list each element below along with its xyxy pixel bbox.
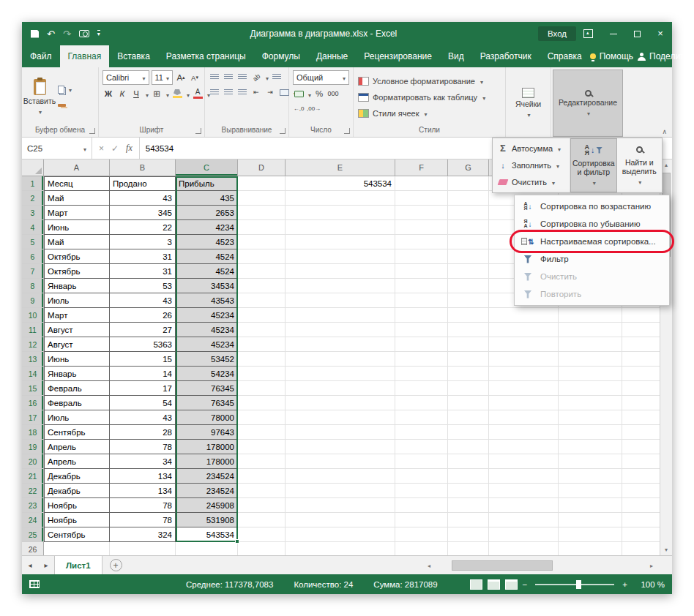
cell-A20[interactable]: Апрель [44,454,110,469]
cell-D6[interactable] [238,249,286,264]
cell-D8[interactable] [238,279,286,293]
cell-G7[interactable] [448,264,489,279]
cell-D13[interactable] [238,352,286,367]
cell-F25[interactable] [395,527,448,542]
cell-A2[interactable]: Май [44,191,110,206]
row-header-4[interactable]: 4 [22,220,44,235]
cell-F19[interactable] [395,440,448,454]
cell-col725[interactable] [489,527,559,542]
column-header-C[interactable]: C [176,159,238,176]
cell-G21[interactable] [448,469,489,484]
cell-col821[interactable] [559,469,622,484]
clipboard-dialog-launcher[interactable] [89,128,95,134]
row-header-7[interactable]: 7 [22,264,44,279]
row-header-12[interactable]: 12 [22,337,44,352]
cell-C7[interactable]: 4524 [176,264,238,279]
tab-page-layout[interactable]: Разметка страницы [158,45,254,67]
tab-home[interactable]: Главная [60,45,110,67]
cell-F17[interactable] [395,410,448,425]
cell-B12[interactable]: 5363 [110,337,176,352]
row-header-13[interactable]: 13 [22,352,44,367]
align-left-button[interactable] [209,86,220,99]
alignment-dialog-launcher[interactable] [280,128,286,134]
cell-col710[interactable] [489,308,559,323]
cell-E2[interactable] [286,191,395,206]
format-painter-button[interactable] [56,99,74,112]
cell-A3[interactable]: Март [44,206,110,220]
cell-C20[interactable]: 178000 [176,454,238,469]
cell-E8[interactable] [286,279,395,293]
cell-G12[interactable] [448,337,489,352]
paste-button[interactable]: Вставить [23,70,56,125]
menu-item-sort-descending[interactable]: ЯА↓ Сортировка по убыванию [515,215,669,233]
cell-F8[interactable] [395,279,448,293]
cell-col824[interactable] [559,513,622,527]
row-header-17[interactable]: 17 [22,410,44,425]
horizontal-scrollbar[interactable]: ◂ ▸ [423,559,657,572]
cell-C23[interactable]: 245908 [176,498,238,513]
cell-F3[interactable] [395,206,448,220]
cell-B5[interactable]: 3 [110,235,176,249]
row-header-25[interactable]: 25 [22,527,44,542]
cell-F26[interactable] [395,542,448,555]
cell-E16[interactable] [286,396,395,410]
cell-D14[interactable] [238,367,286,381]
row-header-22[interactable]: 22 [22,484,44,498]
cell-C10[interactable]: 45234 [176,308,238,323]
name-box[interactable]: C25 [22,138,92,159]
cell-B13[interactable]: 15 [110,352,176,367]
cell-col717[interactable] [489,410,559,425]
cancel-entry-icon[interactable]: × [99,143,104,154]
cell-col813[interactable] [559,352,622,367]
redo-icon[interactable]: ↷ [63,29,71,39]
tab-developer[interactable]: Разработчик [472,45,540,67]
cell-E12[interactable] [286,337,395,352]
cell-A10[interactable]: Март [44,308,110,323]
cell-G1[interactable] [448,176,489,191]
cell-col820[interactable] [559,454,622,469]
autosum-button[interactable]: Σ Автосумма [493,140,570,157]
cell-D24[interactable] [238,513,286,527]
cell-G8[interactable] [448,279,489,293]
cell-C2[interactable]: 435 [176,191,238,206]
sign-in-button[interactable]: Вход [538,26,576,41]
cell-G13[interactable] [448,352,489,367]
maximize-button[interactable] [625,22,649,45]
cell-E10[interactable] [286,308,395,323]
cell-C12[interactable]: 45234 [176,337,238,352]
cell-F13[interactable] [395,352,448,367]
number-format-select[interactable]: Общий [293,70,349,85]
cell-col726[interactable] [489,542,559,555]
cell-F16[interactable] [395,396,448,410]
cell-G11[interactable] [448,323,489,337]
tell-me-help[interactable]: Помощь [590,51,633,61]
cell-G25[interactable] [448,527,489,542]
cell-col713[interactable] [489,352,559,367]
cell-col816[interactable] [559,396,622,410]
cell-B25[interactable]: 324 [110,527,176,542]
cell-G14[interactable] [448,367,489,381]
minimize-button[interactable] [602,22,625,45]
view-normal-button[interactable] [470,579,482,590]
cell-col818[interactable] [559,425,622,440]
cell-G26[interactable] [448,542,489,555]
font-name-select[interactable]: Calibri [102,70,149,85]
row-header-26[interactable]: 26 [22,542,44,555]
confirm-entry-icon[interactable]: ✓ [111,143,119,154]
ribbon-display-options-icon[interactable] [583,29,593,38]
cell-col723[interactable] [489,498,559,513]
cell-G16[interactable] [448,396,489,410]
cell-A16[interactable]: Февраль [44,396,110,410]
cell-F11[interactable] [395,323,448,337]
editing-button[interactable]: Редактирование [553,70,623,137]
cell-col716[interactable] [489,396,559,410]
tab-review[interactable]: Рецензирование [356,45,440,67]
cell-col823[interactable] [559,498,622,513]
cell-D23[interactable] [238,498,286,513]
cell-F22[interactable] [395,484,448,498]
cell-B21[interactable]: 134 [110,469,176,484]
conditional-formatting-button[interactable]: Условное форматирование [355,74,504,89]
cell-B8[interactable]: 53 [110,279,176,293]
cell-G15[interactable] [448,381,489,396]
cell-B1[interactable]: Продано [110,176,176,191]
